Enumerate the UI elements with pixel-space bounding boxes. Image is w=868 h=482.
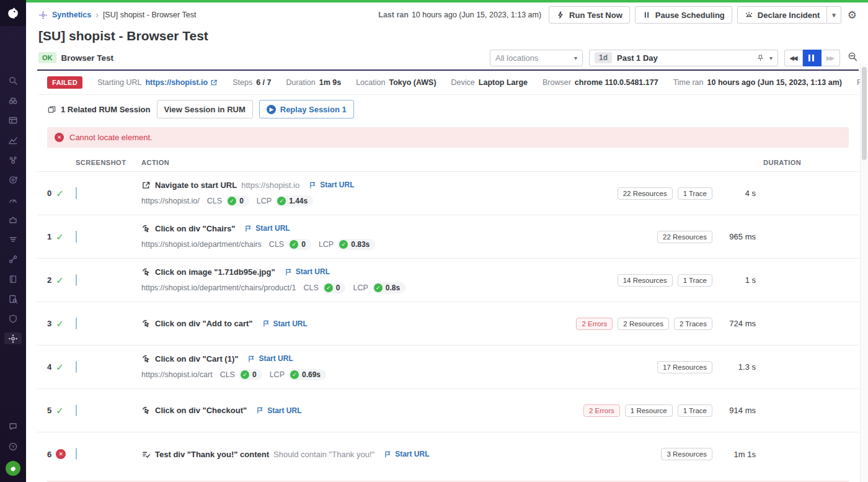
security-icon[interactable]	[4, 313, 22, 324]
start-url-link[interactable]: Start URL	[244, 224, 290, 233]
vertical-scrollbar[interactable]	[860, 65, 868, 482]
resources-badge[interactable]: 17 Resources	[657, 361, 712, 373]
app-sidebar: ?	[0, 0, 26, 482]
check-icon: ✓	[241, 370, 249, 379]
trace-badge[interactable]: 1 Trace	[678, 187, 712, 200]
settings-gear-button[interactable]: ⚙	[846, 9, 858, 22]
step-row-0[interactable]: 0 ✓ Navigate to start URL https://shopis…	[37, 172, 859, 215]
step-screenshot[interactable]	[76, 274, 77, 286]
rewind-button[interactable]: ◀◀	[784, 50, 803, 66]
step-screenshot[interactable]	[76, 231, 77, 243]
pin-icon[interactable]	[756, 54, 764, 62]
step-screenshot[interactable]	[76, 404, 77, 416]
resources-badge[interactable]: 2 Resources	[618, 318, 669, 330]
help-icon[interactable]: ?	[4, 440, 22, 452]
declare-incident-label: Declare Incident	[758, 11, 820, 20]
lcp-metric: LCP✓1.44s	[257, 195, 313, 207]
step-row-4[interactable]: 4 ✓ Click on div "Cart (1)" Start URL ht…	[37, 346, 859, 389]
start-url-link[interactable]: Start URL	[262, 319, 308, 328]
results-table-header: SCREENSHOT ACTION DURATION	[37, 154, 859, 172]
synthetics-icon[interactable]	[4, 332, 22, 344]
errors-badge[interactable]: 2 Errors	[583, 404, 620, 417]
search-icon[interactable]	[4, 74, 22, 86]
start-url-link[interactable]: Start URL	[309, 181, 354, 189]
pipelines-icon[interactable]	[4, 253, 22, 265]
resource-badge[interactable]: 1 Resource	[625, 404, 673, 417]
step-duration: 1.3 s	[712, 362, 756, 372]
trace-badge[interactable]: 1 Trace	[678, 274, 712, 287]
locations-select[interactable]: All locations ▾	[490, 50, 583, 66]
zoom-out-button[interactable]	[848, 51, 858, 64]
starting-url-link[interactable]: https://shopist.io	[145, 78, 218, 87]
flag-icon	[384, 450, 392, 458]
step-url: https://shopist.io/cart	[141, 370, 213, 379]
fast-forward-button[interactable]: ▶▶	[822, 50, 840, 66]
magnifier-minus-icon	[848, 51, 858, 62]
apm-icon[interactable]	[4, 154, 22, 166]
flag-icon	[309, 181, 317, 189]
start-url-link[interactable]: Start URL	[384, 450, 429, 458]
last-ran-label: Last ran	[378, 11, 409, 19]
step-row-2[interactable]: 2 ✓ Click on image "1.71db95e.jpg" Start…	[37, 259, 859, 302]
notebooks-icon[interactable]	[4, 273, 22, 285]
range-chip: 1d	[595, 52, 612, 63]
resources-badge[interactable]: 3 Resources	[661, 448, 712, 460]
pause-scheduling-button[interactable]: Pause Scheduling	[635, 6, 732, 24]
scrollbar-thumb[interactable]	[862, 67, 867, 160]
monitors-gauge-icon[interactable]	[4, 194, 22, 205]
resources-badge[interactable]: 22 Resources	[618, 187, 673, 200]
start-url-link[interactable]: Start URL	[285, 267, 330, 276]
rum-session-row: 1 Related RUM Session View Session in RU…	[37, 95, 859, 125]
start-url-link[interactable]: Start URL	[247, 354, 293, 363]
step-row-5[interactable]: 5 ✓ Click on div "Checkout" Start URL 2 …	[37, 389, 859, 432]
logs-icon[interactable]	[4, 233, 22, 245]
user-avatar[interactable]	[6, 461, 20, 476]
run-test-now-button[interactable]: Run Test Now	[549, 6, 630, 24]
watchdog-icon[interactable]	[4, 94, 22, 106]
errors-badge[interactable]: 2 Errors	[576, 318, 613, 330]
traces-badge[interactable]: 2 Traces	[674, 318, 712, 330]
time-range-select[interactable]: 1d Past 1 Day ▾	[589, 50, 778, 66]
start-url-link[interactable]: Start URL	[256, 406, 301, 415]
step-duration: 724 ms	[712, 319, 756, 328]
step-row-1[interactable]: 1 ✓ Click on div "Chairs" Start URL http…	[37, 215, 859, 259]
metrics-icon[interactable]	[4, 134, 22, 146]
step-title: Click on div "Chairs"	[155, 224, 235, 233]
chevron-down-icon: ▾	[574, 55, 577, 61]
step-screenshot[interactable]	[76, 187, 77, 199]
resources-badge[interactable]: 22 Resources	[657, 231, 712, 243]
step-row-3[interactable]: 3 ✓ Click on div "Add to cart" Start URL…	[37, 302, 859, 346]
datadog-logo[interactable]	[0, 0, 26, 26]
declare-incident-group: Declare Incident ▾	[737, 6, 841, 24]
declare-incident-button[interactable]: Declare Incident	[737, 6, 827, 24]
breadcrumb: Synthetics › [SU] shopist - Browser Test…	[38, 2, 858, 27]
chat-icon[interactable]	[4, 420, 22, 432]
step-screenshot[interactable]	[76, 361, 77, 373]
pause-icon	[642, 11, 651, 19]
breadcrumb-current: [SU] shopist - Browser Test	[103, 11, 197, 19]
tab-browser-test[interactable]: Browser Test	[61, 53, 114, 63]
check-icon: ✓	[374, 283, 383, 292]
rewind-icon: ◀◀	[789, 55, 796, 61]
integrations-icon[interactable]	[4, 213, 22, 225]
lcp-metric: LCP✓0.8s	[353, 282, 405, 293]
step-title: Click on div "Cart (1)"	[155, 354, 238, 364]
incident-caret-button[interactable]: ▾	[827, 6, 841, 24]
step-pass-icon: ✓	[56, 188, 64, 199]
step-screenshot[interactable]	[76, 448, 77, 460]
resources-badge[interactable]: 14 Resources	[618, 274, 673, 287]
trace-badge[interactable]: 1 Trace	[678, 404, 712, 417]
check-icon: ✓	[228, 197, 236, 205]
pause-playback-button[interactable]	[803, 50, 822, 66]
step-row-6[interactable]: 6 ✕ Test div "Thank you!" content Should…	[37, 432, 859, 476]
view-session-in-rum-button[interactable]: View Session in RUM	[157, 100, 253, 118]
replay-session-button[interactable]: ▶ Replay Session 1	[259, 100, 354, 118]
rum-sessions-icon	[47, 105, 56, 114]
step-screenshot[interactable]	[76, 318, 77, 329]
starting-url-field: Starting URL https://shopist.io	[97, 78, 218, 87]
log-explorer-icon[interactable]	[4, 293, 22, 305]
fast-forward-icon: ▶▶	[826, 55, 833, 61]
dashboards-icon[interactable]	[4, 114, 22, 126]
breadcrumb-synthetics[interactable]: Synthetics	[52, 11, 91, 19]
ci-visibility-icon[interactable]	[4, 174, 22, 185]
